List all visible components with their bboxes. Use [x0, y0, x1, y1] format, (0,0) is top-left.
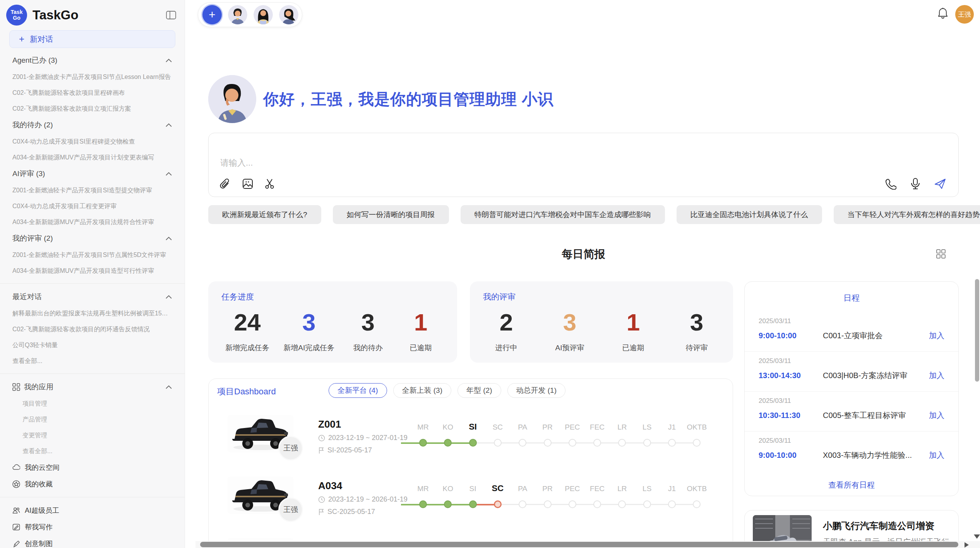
sidebar-item[interactable]: C02-飞腾新能源轻客改款项目立项汇报方案: [0, 101, 185, 116]
sidebar-section-header[interactable]: 我的评审 (2): [0, 230, 185, 247]
chevron-up-icon: [165, 295, 172, 299]
schedule-time: 10:30-11:30: [759, 411, 823, 420]
milestone-progress-done: [401, 504, 473, 505]
join-link[interactable]: 加入: [929, 370, 944, 381]
schedule-item: 2025/03/119:00-10:00X003-车辆动力学性能验...加入: [745, 432, 958, 471]
dashboard-tab[interactable]: 动总开发 (1): [507, 383, 566, 398]
sidebar-item[interactable]: C02-飞腾新能源轻客改款项目里程碑画布: [0, 85, 185, 101]
sidebar-item[interactable]: C0X4-动力总成开发项目SI里程碑提交物检查: [0, 134, 185, 149]
sidebar-item[interactable]: Z001-全新燃油皮卡产品开发项目SI节点Lesson Learn报告: [0, 69, 185, 85]
users-icon: [12, 507, 20, 514]
milestone-label: OKTB: [679, 423, 714, 432]
view-all-apps-link[interactable]: 查看全部...: [0, 443, 185, 459]
microphone-icon[interactable]: [909, 177, 922, 190]
stat-item: 3待评审: [677, 308, 716, 353]
stat-label: 新增AI完成任务: [283, 343, 334, 353]
add-agent-button[interactable]: +: [202, 5, 222, 24]
milestone-dot: [668, 439, 676, 447]
attachment-icon[interactable]: [219, 177, 232, 190]
chat-input[interactable]: [209, 133, 958, 175]
vertical-scrollbar[interactable]: [975, 279, 979, 382]
milestone-dot: [693, 439, 701, 447]
stat-item: 3新增AI完成任务: [283, 308, 334, 353]
briefing-column: 任务进度24新增完成任务3新增AI完成任务3我的待办1已逾期我的评审2进行中3A…: [208, 281, 733, 548]
flag-icon: [318, 509, 324, 515]
send-icon[interactable]: [934, 177, 947, 190]
new-chat-button[interactable]: + 新对话: [9, 30, 175, 48]
sidebar-item[interactable]: Z001-全新燃油轻卡产品开发项目SI造型提交物评审: [0, 182, 185, 198]
view-all-chats-link[interactable]: 查看全部...: [0, 353, 185, 369]
project-dates: 2023-12-19 ~ 2027-01-19: [318, 434, 408, 442]
sidebar-item-star[interactable]: 我的收藏: [0, 476, 185, 492]
app-item[interactable]: 变更管理: [0, 427, 185, 443]
milestone-dot: [693, 500, 701, 508]
sidebar-tool-item[interactable]: AI超级员工: [0, 502, 185, 519]
phone-call-icon[interactable]: [884, 177, 897, 190]
horizontal-scrollbar[interactable]: [200, 542, 958, 547]
recent-chat-item[interactable]: C02-飞腾新能源轻客改款项目的闭环通告反馈情况: [0, 321, 185, 337]
milestone-dot: [419, 500, 427, 508]
chevron-up-icon: [165, 123, 172, 127]
sidebar-section-header[interactable]: 最近对话: [0, 288, 185, 305]
view-all-schedule-link[interactable]: 查看所有日程: [745, 480, 958, 490]
clock-icon: [318, 496, 325, 503]
sidebar-item[interactable]: A034-全新新能源MUV产品开发项目计划变更表编写: [0, 149, 185, 165]
agent-avatar-3[interactable]: [279, 5, 298, 24]
recent-chat-item[interactable]: 公司Q3轻卡销量: [0, 337, 185, 353]
logo-text-2: Go: [13, 15, 20, 21]
app-item[interactable]: 产品管理: [0, 411, 185, 427]
dashboard-tab[interactable]: 全新平台 (4): [329, 383, 387, 398]
write-icon: [12, 523, 20, 531]
sidebar-item[interactable]: C0X4-动力总成开发项目工程变更评审: [0, 198, 185, 214]
sidebar-item[interactable]: Z001-全新燃油轻卡产品开发项目SI节点属性5D文件评审: [0, 247, 185, 263]
milestone-dot: [519, 439, 526, 447]
user-avatar[interactable]: 王强: [955, 5, 974, 24]
stat-label: 待评审: [677, 343, 716, 353]
project-flag-text: SI-2025-05-17: [327, 446, 372, 454]
sidebar-item[interactable]: A034-全新新能源MUV产品开发项目法规符合性评审: [0, 214, 185, 230]
tool-label: 创意制图: [25, 539, 53, 548]
agent-avatar-1[interactable]: [228, 5, 247, 24]
join-link[interactable]: 加入: [929, 450, 944, 461]
suggestion-chip[interactable]: 当下年轻人对汽车外观有怎样的喜好趋势: [834, 205, 980, 224]
scroll-right-arrow[interactable]: [965, 542, 969, 548]
layout-grid-icon[interactable]: [936, 249, 946, 259]
dashboard-tab[interactable]: 年型 (2): [457, 383, 501, 398]
sidebar-tool-item[interactable]: 帮我写作: [0, 519, 185, 535]
sidebar-item[interactable]: A034-全新新能源MUV产品开发项目造型可行性评审: [0, 263, 185, 279]
scroll-down-arrow[interactable]: [974, 534, 980, 539]
sidebar-tool-item[interactable]: 创意制图: [0, 535, 185, 548]
project-dates: 2023-12-19 ~ 2026-01-19: [318, 495, 408, 503]
suggestion-chip[interactable]: 如何写一份清晰的项目周报: [333, 205, 449, 224]
sidebar-item-cloud[interactable]: 我的云空间: [0, 459, 185, 476]
app-item[interactable]: 项目管理: [0, 396, 185, 411]
logo-text-1: Task: [11, 9, 23, 15]
sidebar-section-header[interactable]: 我的待办 (2): [0, 116, 185, 134]
sidebar-section-header[interactable]: Agent已办 (3): [0, 52, 185, 69]
suggestion-chip[interactable]: 特朗普可能对进口汽车增税会对中国车企造成哪些影响: [461, 205, 665, 224]
dashboard-tab[interactable]: 全新上装 (3): [393, 383, 452, 398]
schedule-item: 2025/03/119:00-10:00C001-立项审批会加入: [745, 312, 958, 352]
greeting-text: 你好，王强，我是你的项目管理助理 小识: [263, 89, 553, 110]
suggestion-chip[interactable]: 欧洲新规最近颁布了什么?: [208, 205, 321, 224]
join-link[interactable]: 加入: [929, 331, 944, 341]
image-icon[interactable]: [241, 177, 254, 190]
briefing-card-title: 我的评审: [483, 291, 720, 302]
project-owner-avatar: 王强: [278, 497, 303, 522]
suggestion-chip[interactable]: 比亚迪全固态电池计划具体说了什么: [677, 205, 822, 224]
collapse-sidebar-icon[interactable]: [165, 9, 177, 21]
milestone-dot: [469, 500, 477, 508]
milestone-dot: [469, 439, 477, 447]
agent-avatar-group: +: [198, 2, 302, 27]
sidebar-section-header-apps[interactable]: 我的应用: [0, 378, 185, 396]
scissors-icon[interactable]: [264, 177, 277, 190]
join-link[interactable]: 加入: [929, 410, 944, 421]
agent-avatar-2[interactable]: [254, 5, 273, 24]
notifications-bell-icon[interactable]: [937, 7, 949, 19]
chat-input-card: [208, 133, 959, 197]
milestone-dot: [544, 439, 552, 447]
project-owner-avatar: 王强: [278, 436, 303, 461]
sidebar-section-header[interactable]: AI评审 (3): [0, 165, 185, 182]
recent-chat-item[interactable]: 解释最新出台的欧盟报废车法规再生塑料比例被调至15%...: [0, 305, 185, 321]
milestone-label: OKTB: [679, 485, 714, 493]
